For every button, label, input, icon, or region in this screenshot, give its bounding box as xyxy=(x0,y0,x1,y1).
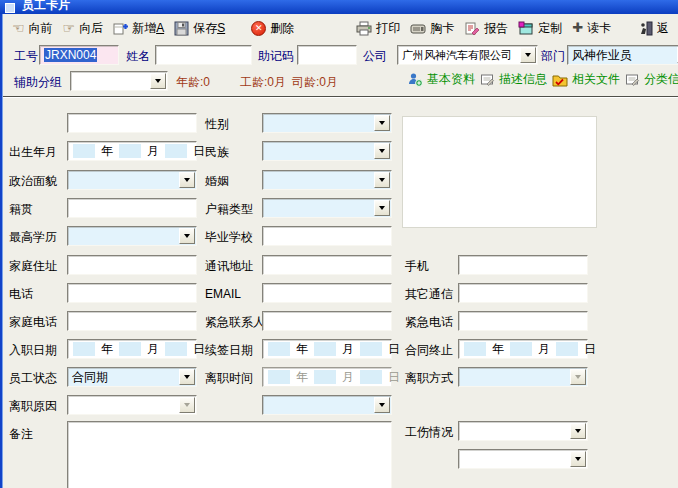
household-type-label: 户籍类型 xyxy=(205,201,253,217)
date-unit-day: 日 xyxy=(384,341,404,357)
save-button[interactable]: 保存S xyxy=(169,18,230,39)
chevron-down-icon[interactable] xyxy=(179,369,195,385)
exit-icon xyxy=(639,21,653,36)
gender-select[interactable] xyxy=(262,113,392,133)
date-unit-month: 月 xyxy=(338,341,358,357)
hire-date-label: 入职日期 xyxy=(9,342,57,358)
mobile-label: 手机 xyxy=(405,258,429,274)
hand-left-icon: ☜ xyxy=(12,21,25,35)
department-label: 部门 xyxy=(541,48,565,64)
chevron-down-icon[interactable] xyxy=(374,115,390,131)
school-label: 毕业学校 xyxy=(205,229,253,245)
read-card-button[interactable]: ✚ 读卡 xyxy=(567,18,616,39)
home-phone-input[interactable] xyxy=(67,311,197,331)
other-contact-input[interactable] xyxy=(458,283,588,303)
emergency-contact-input[interactable] xyxy=(262,311,392,331)
print-button[interactable]: 打印 xyxy=(351,18,405,39)
delete-icon: ✕ xyxy=(251,21,266,36)
injury-label: 工伤情况 xyxy=(405,424,453,440)
nation-select[interactable] xyxy=(262,141,392,161)
tab-related-files[interactable]: 相关文件 xyxy=(552,71,620,88)
tab-category[interactable]: 分类信 xyxy=(625,71,678,88)
injury-extra-select[interactable] xyxy=(458,449,588,469)
chevron-down-icon[interactable] xyxy=(374,200,390,216)
window-icon xyxy=(5,3,15,13)
date-segment xyxy=(360,370,382,384)
contract-end-input[interactable]: 年 月 日 xyxy=(458,339,588,359)
household-type-select[interactable] xyxy=(262,198,392,218)
date-segment xyxy=(165,144,187,158)
window-left-border xyxy=(0,14,3,488)
folder-icon xyxy=(552,73,568,87)
hand-right-icon: ☞ xyxy=(63,21,76,35)
unnamed-top-input[interactable] xyxy=(67,113,197,133)
chevron-down-icon[interactable] xyxy=(570,423,586,439)
chevron-down-icon[interactable] xyxy=(374,143,390,159)
tab-description[interactable]: 描述信息 xyxy=(480,71,547,88)
date-unit-year: 年 xyxy=(488,341,508,357)
age-stat: 年龄:0 xyxy=(176,74,210,90)
date-segment xyxy=(119,144,141,158)
renew-date-label: 续签日期 xyxy=(205,342,253,358)
chevron-down-icon[interactable] xyxy=(150,73,166,89)
leave-extra-select[interactable] xyxy=(262,395,392,415)
contract-end-label: 合同终止 xyxy=(405,342,453,358)
native-place-input[interactable] xyxy=(67,198,197,218)
aux-group-select[interactable] xyxy=(70,71,168,91)
injury-select[interactable] xyxy=(458,421,588,441)
add-button[interactable]: 新增A xyxy=(108,18,169,39)
department-select[interactable]: 风神作业员 xyxy=(567,45,678,65)
employee-card-window: 员工卡片 ☜ 向前 ☞ 向后 新增A 保存S ✕ 删除 打印 胸卡 xyxy=(0,0,678,488)
date-segment xyxy=(73,144,95,158)
hire-date-input[interactable]: 年 月 日 xyxy=(67,339,197,359)
education-select[interactable] xyxy=(67,226,197,246)
marriage-select[interactable] xyxy=(262,170,392,190)
education-label: 最高学历 xyxy=(9,229,57,245)
company-select[interactable]: 广州风神汽车有限公司 xyxy=(397,45,538,65)
politics-select[interactable] xyxy=(67,170,197,190)
delete-button[interactable]: ✕ 删除 xyxy=(246,18,299,39)
tab-basic-info[interactable]: 基本资料 xyxy=(408,71,475,88)
email-input[interactable] xyxy=(262,283,392,303)
date-segment xyxy=(360,342,382,356)
chevron-down-icon[interactable] xyxy=(179,172,195,188)
home-address-input[interactable] xyxy=(67,255,197,275)
emergency-phone-input[interactable] xyxy=(458,311,588,331)
phone-input[interactable] xyxy=(67,283,197,303)
name-input[interactable] xyxy=(155,45,252,65)
forward-button[interactable]: ☞ 向后 xyxy=(58,18,109,39)
chevron-down-icon[interactable] xyxy=(179,228,195,244)
mail-address-input[interactable] xyxy=(262,255,392,275)
chevron-down-icon[interactable] xyxy=(520,47,536,63)
return-label: 返 xyxy=(657,20,669,37)
department-value: 风神作业员 xyxy=(568,46,676,64)
customize-button[interactable]: 定制 xyxy=(513,18,567,39)
date-segment xyxy=(119,342,141,356)
mnemonic-input[interactable] xyxy=(297,45,357,65)
photo-area[interactable] xyxy=(402,116,597,228)
tab-category-label: 分类信 xyxy=(644,71,678,88)
chevron-down-icon[interactable] xyxy=(374,172,390,188)
badge-button[interactable]: 胸卡 xyxy=(405,18,459,39)
back-button[interactable]: ☜ 向前 xyxy=(7,18,58,39)
emp-no-input[interactable]: JRXN004 xyxy=(39,45,119,65)
renew-date-input[interactable]: 年 月 日 xyxy=(262,339,392,359)
date-segment xyxy=(268,342,290,356)
chevron-down-icon[interactable] xyxy=(374,397,390,413)
gender-label: 性别 xyxy=(205,116,229,132)
school-input[interactable] xyxy=(262,226,392,246)
return-button[interactable]: 返 xyxy=(634,18,674,39)
date-segment xyxy=(165,342,187,356)
report-button[interactable]: 报告 xyxy=(459,18,513,39)
mobile-input[interactable] xyxy=(458,255,588,275)
emp-status-select[interactable]: 合同期 xyxy=(67,367,197,387)
date-unit-month: 月 xyxy=(143,143,163,159)
mnemonic-label: 助记码 xyxy=(258,48,294,64)
company-value: 广州风神汽车有限公司 xyxy=(398,46,519,64)
leave-method-label: 离职方式 xyxy=(405,370,453,386)
add-icon xyxy=(113,21,128,36)
company-label: 公司 xyxy=(363,48,387,64)
remarks-textarea[interactable] xyxy=(67,421,392,488)
birth-date-input[interactable]: 年 月 日 xyxy=(67,141,197,161)
chevron-down-icon[interactable] xyxy=(570,451,586,467)
